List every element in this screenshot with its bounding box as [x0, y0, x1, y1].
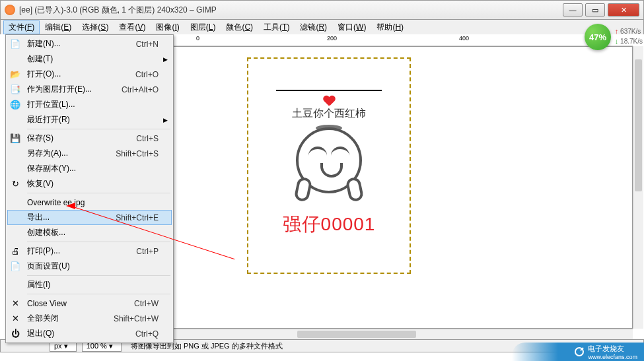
menu-select[interactable]: 选择(S) [77, 20, 114, 34]
scrollbar-thumb[interactable] [297, 331, 416, 338]
image-canvas[interactable]: 土豆你个西红柿 强仔00001 [250, 60, 408, 271]
menu-item-2[interactable]: 📂 打开(O)... Ctrl+O [7, 67, 172, 82]
menu-item-shortcut: Ctrl+Alt+O [122, 85, 161, 94]
menu-item-21[interactable]: ✕ Close View Ctrl+W [7, 296, 172, 311]
window-titlebar: [ee] (已导入)-3.0 (RGB 颜色, 1 个图层) 240x320 –… [0, 0, 644, 20]
menu-item-label: 最近打开(R) [22, 114, 159, 125]
canvas-signature: 强仔00001 [250, 212, 408, 237]
menu-image[interactable]: 图像(I) [151, 20, 184, 34]
menu-item-icon [9, 148, 22, 160]
network-speed: ↑ 637K/s ↓ 18.7K/s [615, 26, 643, 46]
menu-item-icon: 📂 [9, 69, 22, 81]
menu-item-1[interactable]: 创建(T) ▶ [7, 51, 172, 67]
menubar: 文件(F) 编辑(E) 选择(S) 查看(V) 图像(I) 图层(L) 颜色(C… [0, 20, 644, 34]
window-controls: — ▭ ✕ [563, 3, 639, 16]
menu-item-label: 创建(T) [22, 53, 159, 65]
menu-item-label: 恢复(V) [22, 178, 159, 189]
watermark: 电子发烧友 www.elecfans.com [512, 343, 644, 361]
menu-item-5[interactable]: 最近打开(R) ▶ [7, 112, 172, 127]
menu-item-icon: ✕ [9, 313, 22, 325]
menu-item-23[interactable]: ⏻ 退出(Q) Ctrl+Q [7, 326, 172, 341]
menu-item-14[interactable]: 创建模板... [7, 225, 172, 240]
menu-item-label: 保存(S) [22, 133, 136, 144]
menu-item-shortcut: Shift+Ctrl+E [116, 213, 161, 222]
menu-item-label: 导出... [22, 212, 116, 223]
menu-item-4[interactable]: 🌐 打开位置(L)... [7, 97, 172, 112]
menu-item-10[interactable]: ↻ 恢复(V) [7, 176, 172, 191]
menu-file[interactable]: 文件(F) [3, 20, 40, 34]
menu-item-label: 打印(P)... [22, 246, 136, 257]
menu-item-16[interactable]: 🖨 打印(P)... Ctrl+P [7, 244, 172, 259]
menu-item-label: 创建模板... [22, 227, 159, 238]
app-icon [5, 5, 15, 15]
menu-item-icon [9, 212, 22, 224]
menu-layer[interactable]: 图层(L) [185, 20, 221, 34]
window-title: [ee] (已导入)-3.0 (RGB 颜色, 1 个图层) 240x320 –… [19, 5, 563, 16]
menu-tools[interactable]: 工具(T) [258, 20, 295, 34]
menu-item-label: 属性(I) [22, 279, 159, 290]
menu-item-icon: 📄 [9, 38, 22, 50]
menu-item-icon [9, 163, 22, 175]
menu-item-icon [9, 279, 22, 291]
menu-item-icon [9, 53, 22, 65]
menu-item-icon [9, 114, 22, 126]
menu-window[interactable]: 窗口(W) [332, 20, 371, 34]
menu-item-22[interactable]: ✕ 全部关闭 Shift+Ctrl+W [7, 311, 172, 326]
menu-item-icon [9, 227, 22, 239]
menu-item-17[interactable]: 📄 页面设置(U) [7, 259, 172, 274]
menu-item-9[interactable]: 保存副本(Y)... [7, 161, 172, 176]
menu-item-label: 打开(O)... [22, 69, 135, 80]
menu-edit[interactable]: 编辑(E) [40, 20, 77, 34]
menu-item-shortcut: Ctrl+W [134, 299, 161, 308]
menu-item-icon: 💾 [9, 133, 22, 145]
menu-item-label: 全部关闭 [22, 313, 114, 324]
menu-view[interactable]: 查看(V) [114, 20, 151, 34]
menu-item-label: 作为图层打开(E)... [22, 84, 122, 95]
scrollbar-thumb[interactable] [635, 59, 642, 191]
submenu-arrow-icon: ▶ [161, 56, 169, 63]
menu-color[interactable]: 颜色(C) [221, 20, 258, 34]
minimize-button[interactable]: — [563, 3, 583, 16]
menu-item-label: 另存为(A)... [22, 148, 116, 159]
menu-item-shortcut: Ctrl+N [136, 40, 161, 49]
vertical-scrollbar[interactable] [633, 46, 643, 329]
heart-icon [323, 95, 335, 107]
menu-item-7[interactable]: 💾 保存(S) Ctrl+S [7, 131, 172, 146]
menu-item-label: Overwrite ee.jpg [22, 198, 159, 207]
menu-item-shortcut: Ctrl+Q [135, 329, 161, 339]
menu-item-19[interactable]: 属性(I) [7, 277, 172, 292]
watermark-title: 电子发烧友 [588, 344, 637, 354]
menu-filters[interactable]: 滤镜(R) [295, 20, 332, 34]
menu-item-label: 页面设置(U) [22, 261, 159, 272]
menu-item-shortcut: Shift+Ctrl+S [116, 149, 161, 158]
decorative-line [276, 90, 382, 91]
menu-item-3[interactable]: 📑 作为图层打开(E)... Ctrl+Alt+O [7, 82, 172, 97]
menu-item-icon: 🌐 [9, 99, 22, 111]
menu-item-12[interactable]: Overwrite ee.jpg [7, 195, 172, 210]
menu-item-0[interactable]: 📄 新建(N)... Ctrl+N [7, 36, 172, 51]
menu-item-shortcut: Ctrl+P [136, 247, 161, 256]
menu-item-icon: ↻ [9, 178, 22, 190]
menu-item-icon: ✕ [9, 298, 22, 310]
menu-help[interactable]: 帮助(H) [371, 20, 409, 34]
menu-item-icon [9, 197, 22, 209]
menu-item-8[interactable]: 另存为(A)... Shift+Ctrl+S [7, 146, 172, 161]
watermark-icon [575, 347, 584, 356]
maximize-button[interactable]: ▭ [585, 3, 605, 16]
menu-item-icon: 🖨 [9, 246, 22, 257]
horizontal-ruler: 0 200 400 600 [174, 34, 633, 46]
menu-item-label: 退出(Q) [22, 328, 135, 339]
menu-item-icon: 📑 [9, 84, 22, 96]
menu-item-shortcut: Ctrl+O [135, 70, 161, 79]
menu-item-icon: ⏻ [9, 328, 22, 340]
menu-item-icon: 📄 [9, 261, 22, 273]
close-button[interactable]: ✕ [608, 3, 639, 16]
submenu-arrow-icon: ▶ [161, 117, 169, 123]
download-badge: 47% [585, 24, 611, 50]
menu-item-label: 保存副本(Y)... [22, 163, 159, 174]
menu-item-shortcut: Ctrl+S [136, 134, 161, 143]
menu-item-label: 打开位置(L)... [22, 99, 159, 110]
file-menu-dropdown: 📄 新建(N)... Ctrl+N 创建(T) ▶📂 打开(O)... Ctrl… [5, 34, 174, 343]
canvas-content: 土豆你个西红柿 强仔00001 [250, 90, 408, 301]
menu-item-shortcut: Shift+Ctrl+W [114, 314, 161, 323]
